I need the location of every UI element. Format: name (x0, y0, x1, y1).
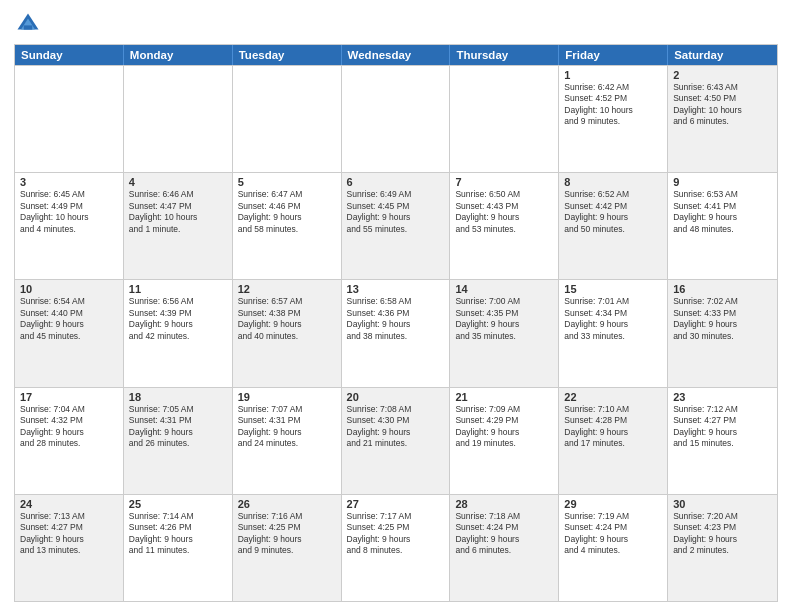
cell-info-text: Sunrise: 7:18 AM Sunset: 4:24 PM Dayligh… (455, 511, 553, 557)
cal-cell-r0-c6: 2Sunrise: 6:43 AM Sunset: 4:50 PM Daylig… (668, 66, 777, 172)
cell-info-text: Sunrise: 7:14 AM Sunset: 4:26 PM Dayligh… (129, 511, 227, 557)
cal-cell-r2-c2: 12Sunrise: 6:57 AM Sunset: 4:38 PM Dayli… (233, 280, 342, 386)
cal-cell-r4-c1: 25Sunrise: 7:14 AM Sunset: 4:26 PM Dayli… (124, 495, 233, 601)
cal-cell-r4-c2: 26Sunrise: 7:16 AM Sunset: 4:25 PM Dayli… (233, 495, 342, 601)
cal-cell-r4-c4: 28Sunrise: 7:18 AM Sunset: 4:24 PM Dayli… (450, 495, 559, 601)
cell-day-number: 4 (129, 176, 227, 188)
cell-info-text: Sunrise: 6:42 AM Sunset: 4:52 PM Dayligh… (564, 82, 662, 128)
logo-icon (14, 10, 42, 38)
cal-cell-r0-c5: 1Sunrise: 6:42 AM Sunset: 4:52 PM Daylig… (559, 66, 668, 172)
cal-header-monday: Monday (124, 45, 233, 65)
page: SundayMondayTuesdayWednesdayThursdayFrid… (0, 0, 792, 612)
cell-info-text: Sunrise: 7:16 AM Sunset: 4:25 PM Dayligh… (238, 511, 336, 557)
cell-info-text: Sunrise: 7:04 AM Sunset: 4:32 PM Dayligh… (20, 404, 118, 450)
cal-header-sunday: Sunday (15, 45, 124, 65)
cell-info-text: Sunrise: 6:57 AM Sunset: 4:38 PM Dayligh… (238, 296, 336, 342)
cal-cell-r1-c2: 5Sunrise: 6:47 AM Sunset: 4:46 PM Daylig… (233, 173, 342, 279)
cell-day-number: 18 (129, 391, 227, 403)
cell-info-text: Sunrise: 7:07 AM Sunset: 4:31 PM Dayligh… (238, 404, 336, 450)
calendar-header-row: SundayMondayTuesdayWednesdayThursdayFrid… (15, 45, 777, 65)
cell-info-text: Sunrise: 7:20 AM Sunset: 4:23 PM Dayligh… (673, 511, 772, 557)
cell-day-number: 23 (673, 391, 772, 403)
cal-cell-r3-c4: 21Sunrise: 7:09 AM Sunset: 4:29 PM Dayli… (450, 388, 559, 494)
cell-info-text: Sunrise: 6:52 AM Sunset: 4:42 PM Dayligh… (564, 189, 662, 235)
logo (14, 10, 46, 38)
cal-header-friday: Friday (559, 45, 668, 65)
cal-cell-r1-c6: 9Sunrise: 6:53 AM Sunset: 4:41 PM Daylig… (668, 173, 777, 279)
cell-day-number: 3 (20, 176, 118, 188)
cell-info-text: Sunrise: 6:47 AM Sunset: 4:46 PM Dayligh… (238, 189, 336, 235)
cell-info-text: Sunrise: 6:43 AM Sunset: 4:50 PM Dayligh… (673, 82, 772, 128)
cell-day-number: 8 (564, 176, 662, 188)
cell-info-text: Sunrise: 7:19 AM Sunset: 4:24 PM Dayligh… (564, 511, 662, 557)
cell-info-text: Sunrise: 6:58 AM Sunset: 4:36 PM Dayligh… (347, 296, 445, 342)
cell-day-number: 27 (347, 498, 445, 510)
cal-row-0: 1Sunrise: 6:42 AM Sunset: 4:52 PM Daylig… (15, 65, 777, 172)
cal-cell-r2-c1: 11Sunrise: 6:56 AM Sunset: 4:39 PM Dayli… (124, 280, 233, 386)
cell-info-text: Sunrise: 6:54 AM Sunset: 4:40 PM Dayligh… (20, 296, 118, 342)
cell-day-number: 29 (564, 498, 662, 510)
cell-day-number: 19 (238, 391, 336, 403)
cell-day-number: 30 (673, 498, 772, 510)
cal-cell-r2-c6: 16Sunrise: 7:02 AM Sunset: 4:33 PM Dayli… (668, 280, 777, 386)
cell-day-number: 10 (20, 283, 118, 295)
cell-info-text: Sunrise: 7:00 AM Sunset: 4:35 PM Dayligh… (455, 296, 553, 342)
cal-cell-r3-c3: 20Sunrise: 7:08 AM Sunset: 4:30 PM Dayli… (342, 388, 451, 494)
cal-header-wednesday: Wednesday (342, 45, 451, 65)
cal-cell-r1-c3: 6Sunrise: 6:49 AM Sunset: 4:45 PM Daylig… (342, 173, 451, 279)
cell-day-number: 12 (238, 283, 336, 295)
cell-info-text: Sunrise: 7:01 AM Sunset: 4:34 PM Dayligh… (564, 296, 662, 342)
cell-day-number: 17 (20, 391, 118, 403)
cell-day-number: 22 (564, 391, 662, 403)
cell-info-text: Sunrise: 6:53 AM Sunset: 4:41 PM Dayligh… (673, 189, 772, 235)
cal-header-saturday: Saturday (668, 45, 777, 65)
cell-info-text: Sunrise: 6:56 AM Sunset: 4:39 PM Dayligh… (129, 296, 227, 342)
cell-day-number: 9 (673, 176, 772, 188)
cal-cell-r1-c5: 8Sunrise: 6:52 AM Sunset: 4:42 PM Daylig… (559, 173, 668, 279)
cal-cell-r3-c5: 22Sunrise: 7:10 AM Sunset: 4:28 PM Dayli… (559, 388, 668, 494)
cell-day-number: 16 (673, 283, 772, 295)
cell-info-text: Sunrise: 7:02 AM Sunset: 4:33 PM Dayligh… (673, 296, 772, 342)
cal-cell-r2-c4: 14Sunrise: 7:00 AM Sunset: 4:35 PM Dayli… (450, 280, 559, 386)
cell-day-number: 6 (347, 176, 445, 188)
header (14, 10, 778, 38)
cal-cell-r4-c5: 29Sunrise: 7:19 AM Sunset: 4:24 PM Dayli… (559, 495, 668, 601)
cal-cell-r2-c3: 13Sunrise: 6:58 AM Sunset: 4:36 PM Dayli… (342, 280, 451, 386)
cal-cell-r1-c0: 3Sunrise: 6:45 AM Sunset: 4:49 PM Daylig… (15, 173, 124, 279)
svg-rect-2 (24, 25, 32, 29)
cal-cell-r1-c1: 4Sunrise: 6:46 AM Sunset: 4:47 PM Daylig… (124, 173, 233, 279)
cell-info-text: Sunrise: 7:10 AM Sunset: 4:28 PM Dayligh… (564, 404, 662, 450)
cell-day-number: 7 (455, 176, 553, 188)
cell-info-text: Sunrise: 6:46 AM Sunset: 4:47 PM Dayligh… (129, 189, 227, 235)
cal-cell-r0-c4 (450, 66, 559, 172)
cell-day-number: 14 (455, 283, 553, 295)
cal-cell-r2-c0: 10Sunrise: 6:54 AM Sunset: 4:40 PM Dayli… (15, 280, 124, 386)
cal-row-1: 3Sunrise: 6:45 AM Sunset: 4:49 PM Daylig… (15, 172, 777, 279)
cell-info-text: Sunrise: 6:45 AM Sunset: 4:49 PM Dayligh… (20, 189, 118, 235)
cell-day-number: 28 (455, 498, 553, 510)
cell-day-number: 2 (673, 69, 772, 81)
cell-day-number: 26 (238, 498, 336, 510)
cal-cell-r4-c3: 27Sunrise: 7:17 AM Sunset: 4:25 PM Dayli… (342, 495, 451, 601)
cell-day-number: 11 (129, 283, 227, 295)
cal-cell-r0-c0 (15, 66, 124, 172)
cell-day-number: 21 (455, 391, 553, 403)
cal-cell-r3-c2: 19Sunrise: 7:07 AM Sunset: 4:31 PM Dayli… (233, 388, 342, 494)
cal-cell-r1-c4: 7Sunrise: 6:50 AM Sunset: 4:43 PM Daylig… (450, 173, 559, 279)
cell-info-text: Sunrise: 7:09 AM Sunset: 4:29 PM Dayligh… (455, 404, 553, 450)
cell-day-number: 13 (347, 283, 445, 295)
cell-info-text: Sunrise: 7:08 AM Sunset: 4:30 PM Dayligh… (347, 404, 445, 450)
cal-row-4: 24Sunrise: 7:13 AM Sunset: 4:27 PM Dayli… (15, 494, 777, 601)
cell-info-text: Sunrise: 7:17 AM Sunset: 4:25 PM Dayligh… (347, 511, 445, 557)
cal-cell-r0-c3 (342, 66, 451, 172)
cal-cell-r4-c0: 24Sunrise: 7:13 AM Sunset: 4:27 PM Dayli… (15, 495, 124, 601)
cal-row-3: 17Sunrise: 7:04 AM Sunset: 4:32 PM Dayli… (15, 387, 777, 494)
cal-cell-r3-c6: 23Sunrise: 7:12 AM Sunset: 4:27 PM Dayli… (668, 388, 777, 494)
calendar-body: 1Sunrise: 6:42 AM Sunset: 4:52 PM Daylig… (15, 65, 777, 601)
cell-day-number: 20 (347, 391, 445, 403)
cell-info-text: Sunrise: 6:50 AM Sunset: 4:43 PM Dayligh… (455, 189, 553, 235)
cal-cell-r0-c1 (124, 66, 233, 172)
cal-header-thursday: Thursday (450, 45, 559, 65)
cell-day-number: 1 (564, 69, 662, 81)
cell-info-text: Sunrise: 7:12 AM Sunset: 4:27 PM Dayligh… (673, 404, 772, 450)
